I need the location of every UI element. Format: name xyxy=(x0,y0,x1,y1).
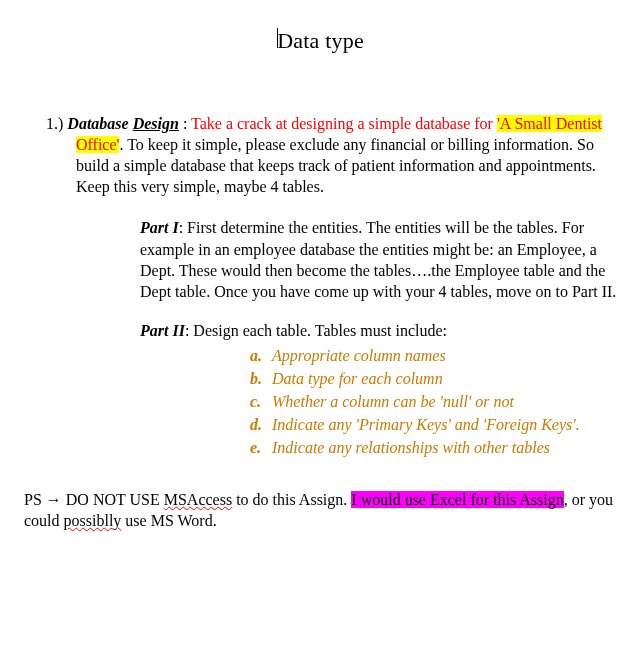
question-1: 1.) Database Design : Take a crack at de… xyxy=(46,113,625,459)
part-1-body: : First determine the entities. The enti… xyxy=(140,219,616,299)
part-1-heading: Part I xyxy=(140,219,179,236)
page-title: Data type xyxy=(16,26,625,55)
list-letter: d. xyxy=(250,414,272,435)
ps-possiblly: possiblly xyxy=(64,512,122,529)
title-text: Data type xyxy=(277,28,364,53)
list-text: Indicate any relationships with other ta… xyxy=(272,437,625,458)
ps-after2: use MS Word. xyxy=(121,512,216,529)
list-text: Data type for each column xyxy=(272,368,625,389)
ps-highlight-excel-2: this Assign xyxy=(493,491,564,508)
list-item: d. Indicate any 'Primary Keys' and 'Fore… xyxy=(250,414,625,435)
label-database: Database xyxy=(67,115,128,132)
list-letter: c. xyxy=(250,391,272,412)
ps-highlight-excel-1: I would use Excel for xyxy=(351,491,493,508)
list-text: Whether a column can be 'null' or not xyxy=(272,391,625,412)
document-page: Data type 1.) Database Design : Take a c… xyxy=(0,0,641,551)
ps-msaccess: MSAccess xyxy=(164,491,232,508)
list-item: e. Indicate any relationships with other… xyxy=(250,437,625,458)
ps-label: PS xyxy=(24,491,46,508)
list-letter: e. xyxy=(250,437,272,458)
list-letter: b. xyxy=(250,368,272,389)
part-2-heading: Part II xyxy=(140,322,185,339)
arrow-icon: → xyxy=(46,491,62,508)
question-1-paragraph: 1.) Database Design : Take a crack at de… xyxy=(76,113,625,197)
list-item: c. Whether a column can be 'null' or not xyxy=(250,391,625,412)
list-item: a. Appropriate column names xyxy=(250,345,625,366)
postscript: PS → DO NOT USE MSAccess to do this Assi… xyxy=(24,489,625,531)
list-text: Indicate any 'Primary Keys' and 'Foreign… xyxy=(272,414,625,435)
label-colon: : xyxy=(183,115,191,132)
list-letter: a. xyxy=(250,345,272,366)
red-lead-text: Take a crack at designing a simple datab… xyxy=(191,115,497,132)
ps-before-msaccess: DO NOT USE xyxy=(62,491,164,508)
part-1: Part I: First determine the entities. Th… xyxy=(140,217,625,301)
question-1-body: To keep it simple, please exclude any fi… xyxy=(76,136,596,195)
list-item: b. Data type for each column xyxy=(250,368,625,389)
list-text: Appropriate column names xyxy=(272,345,625,366)
part-2-body: : Design each table. Tables must include… xyxy=(185,322,447,339)
ps-mid: to do this Assign. xyxy=(232,491,351,508)
part-2: Part II: Design each table. Tables must … xyxy=(140,320,625,459)
question-number: 1.) xyxy=(46,115,63,132)
label-design: Design xyxy=(133,115,179,132)
part-2-requirements-list: a. Appropriate column names b. Data type… xyxy=(250,345,625,459)
